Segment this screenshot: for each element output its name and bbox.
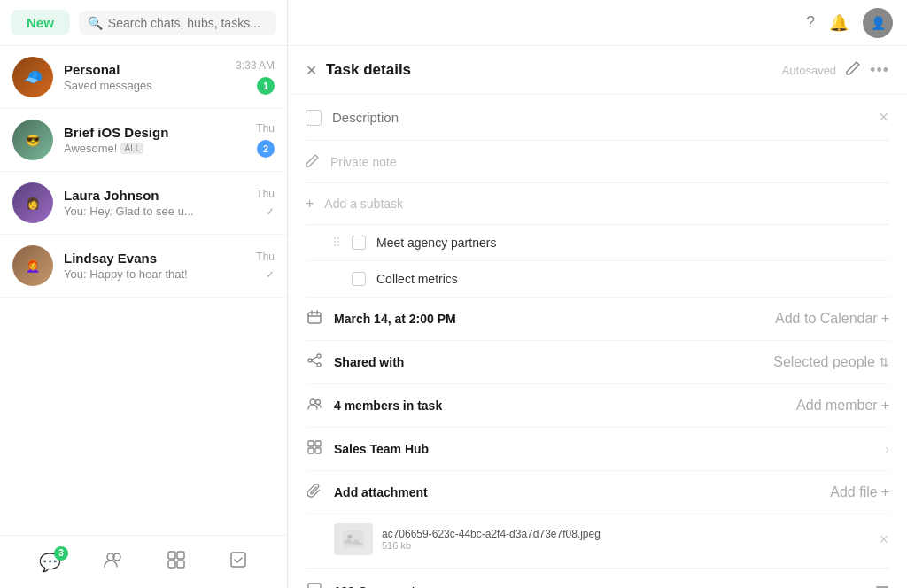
sort-icon: ⇅ [879, 355, 889, 369]
remove-file-button[interactable]: ✕ [879, 532, 889, 546]
autosaved-label: Autosaved [782, 64, 836, 77]
selected-people-button[interactable]: Selected people ⇅ [773, 354, 889, 370]
svg-point-12 [316, 400, 321, 405]
chat-time: 3:33 AM [236, 59, 275, 72]
add-file-button[interactable]: Add file + [830, 484, 889, 500]
chat-preview: Saved messages [64, 79, 225, 92]
members-label: 4 members in task [334, 398, 786, 413]
chat-name: Laura Johnson [64, 188, 245, 203]
description-input[interactable] [332, 110, 867, 125]
list-item[interactable]: 😎 Brief iOS Design Awesome! ALL Thu 2 [0, 109, 287, 172]
unread-badge: 2 [257, 140, 275, 158]
notifications-icon[interactable]: 🔔 [829, 13, 849, 33]
svg-rect-3 [177, 552, 184, 559]
chat-preview: You: Hey. Glad to see u... [64, 205, 245, 218]
search-input[interactable] [108, 16, 267, 30]
tasks-footer-icon[interactable] [229, 550, 248, 574]
chat-name: Lindsay Evans [64, 251, 245, 266]
list-item[interactable]: 🧢 Personal Saved messages 3:33 AM 1 [0, 46, 287, 109]
private-note-row: Private note [306, 141, 889, 183]
svg-point-11 [310, 399, 315, 405]
avatar: 😎 [12, 120, 53, 160]
add-subtask-row: + Add a subtask [306, 183, 889, 225]
description-row: ✕ [306, 95, 889, 141]
list-item[interactable]: 👩‍🦰 Lindsay Evans You: Happy to hear tha… [0, 235, 287, 298]
drag-handle-icon[interactable]: ⠿ [332, 236, 341, 250]
attachment-row: Add attachment Add file + [306, 471, 889, 514]
subtask-checkbox[interactable] [352, 272, 366, 286]
subtask-checkbox[interactable] [352, 236, 366, 250]
subtask-item: ⠿ Collect metrics [306, 261, 889, 298]
sidebar-header: New 🔍 [0, 0, 287, 46]
hub-label: Sales Team Hub [334, 442, 874, 456]
hub-row: Sales Team Hub › [306, 428, 889, 471]
chat-time: Thu [256, 188, 275, 200]
attachment-file: ac706659-623c-44bc-a2f4-d3a7d73e7f08.jpe… [306, 514, 889, 564]
calendar-icon [306, 310, 323, 328]
new-button[interactable]: New [11, 10, 70, 35]
attachment-icon [306, 484, 323, 501]
chat-name: Brief iOS Design [64, 125, 245, 140]
footer-badge: 3 [54, 546, 68, 561]
svg-rect-14 [315, 441, 321, 446]
file-thumbnail [334, 523, 373, 555]
user-avatar[interactable]: 👤 [863, 8, 893, 38]
edit-icon[interactable] [845, 60, 861, 80]
subtask-label: Meet agency partners [376, 236, 496, 250]
clear-icon[interactable]: ✕ [878, 109, 889, 126]
add-subtask-icon[interactable]: + [306, 196, 314, 212]
task-header: ✕ Task details Autosaved ••• [288, 46, 907, 95]
chat-footer-icon[interactable]: 💬 3 [39, 552, 61, 573]
file-name: ac706659-623c-44bc-a2f4-d3a7d73e7f08.jpe… [382, 528, 870, 540]
chat-time: Thu [256, 122, 275, 135]
shared-with-label: Shared with [334, 355, 763, 369]
description-checkbox[interactable] [306, 110, 322, 126]
read-check-icon: ✓ [266, 205, 275, 218]
chat-meta: Thu ✓ [256, 188, 275, 218]
members-row: 4 members in task Add member + [306, 384, 889, 428]
members-icon [306, 397, 323, 414]
private-note-label[interactable]: Private note [330, 155, 397, 169]
chat-preview: Awesome! ALL [64, 142, 245, 155]
svg-rect-6 [231, 553, 245, 567]
svg-point-18 [348, 535, 353, 539]
list-item[interactable]: 👩 Laura Johnson You: Hey. Glad to see u.… [0, 172, 287, 235]
sidebar: New 🔍 🧢 Personal Saved messages 3:33 AM … [0, 0, 288, 588]
help-icon[interactable]: ? [806, 13, 815, 32]
share-icon [306, 353, 323, 371]
read-check-icon: ✓ [266, 268, 275, 281]
file-size: 516 kb [382, 540, 870, 551]
sidebar-footer: 💬 3 [0, 535, 287, 588]
hubs-footer-icon[interactable] [167, 550, 186, 574]
topbar: ? 🔔 👤 [288, 0, 907, 46]
chevron-right-icon[interactable]: › [885, 442, 889, 456]
all-tag: ALL [120, 143, 143, 154]
chat-time: Thu [256, 251, 275, 263]
comments-sort-icon[interactable] [875, 584, 889, 589]
contacts-footer-icon[interactable] [104, 550, 123, 574]
main-panel: ? 🔔 👤 ✕ Task details Autosaved ••• ✕ [288, 0, 907, 588]
subtask-item: ⠿ Meet agency partners [306, 225, 889, 261]
chat-list: 🧢 Personal Saved messages 3:33 AM 1 😎 Br… [0, 46, 287, 535]
close-button[interactable]: ✕ [306, 62, 317, 79]
chat-meta: 3:33 AM 1 [236, 59, 275, 95]
add-member-button[interactable]: Add member + [796, 398, 889, 414]
pencil-icon [306, 153, 320, 170]
svg-rect-13 [308, 441, 314, 446]
task-body: ✕ Private note + Add a subtask ⠿ [288, 95, 907, 588]
add-to-calendar-button[interactable]: Add to Calendar + [775, 311, 889, 327]
search-bar[interactable]: 🔍 [79, 11, 276, 35]
shared-with-row: Shared with Selected people ⇅ [306, 341, 889, 384]
add-subtask-label[interactable]: Add a subtask [324, 197, 403, 211]
more-options-icon[interactable]: ••• [870, 61, 889, 80]
svg-rect-5 [177, 561, 184, 568]
search-icon: 🔍 [88, 16, 103, 30]
svg-point-10 [317, 363, 321, 367]
file-info: ac706659-623c-44bc-a2f4-d3a7d73e7f08.jpe… [382, 528, 870, 551]
avatar: 🧢 [12, 57, 53, 97]
svg-rect-17 [343, 530, 364, 548]
task-panel: ✕ Task details Autosaved ••• ✕ [288, 46, 907, 588]
comments-icon [306, 583, 323, 588]
avatar: 👩 [12, 182, 53, 223]
chat-info: Brief iOS Design Awesome! ALL [64, 125, 245, 155]
